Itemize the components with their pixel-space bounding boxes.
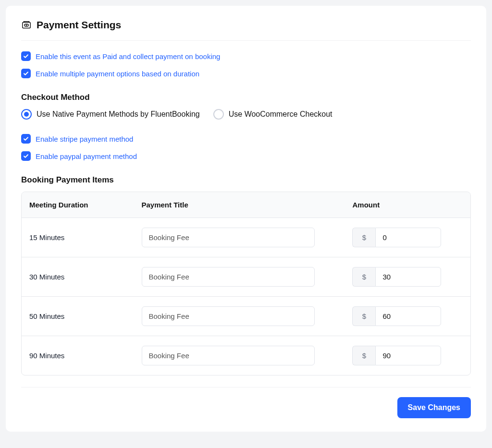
checkbox-label: Enable multiple payment options based on… <box>36 70 199 78</box>
duration-cell: 15 Minutes <box>22 224 134 251</box>
checkbox-label: Enable paypal payment method <box>36 152 137 160</box>
panel-footer: Save Changes <box>21 387 471 418</box>
table-row: 90 Minutes $ <box>22 336 470 375</box>
radio-native-payment[interactable]: Use Native Payment Methods by FluentBook… <box>21 109 200 120</box>
checkbox-enable-stripe[interactable]: Enable stripe payment method <box>21 134 471 144</box>
panel-header: Payment Settings <box>21 19 471 41</box>
check-icon <box>21 134 31 144</box>
currency-symbol: $ <box>352 346 375 365</box>
table-row: 50 Minutes $ <box>22 297 470 336</box>
radio-label: Use WooCommerce Checkout <box>229 110 332 119</box>
amount-input-group: $ <box>352 228 441 247</box>
radio-label: Use Native Payment Methods by FluentBook… <box>37 110 200 119</box>
payment-title-input[interactable] <box>142 306 315 326</box>
payment-items-table: Meeting Duration Payment Title Amount 15… <box>21 192 471 375</box>
column-header-duration: Meeting Duration <box>22 192 134 218</box>
currency-symbol: $ <box>352 228 375 247</box>
column-header-amount: Amount <box>344 192 470 218</box>
payment-title-input[interactable] <box>142 267 315 287</box>
check-icon <box>21 51 31 61</box>
duration-cell: 30 Minutes <box>22 263 134 291</box>
checkbox-label: Enable this event as Paid and collect pa… <box>36 52 220 61</box>
svg-point-2 <box>26 24 27 25</box>
radio-icon-selected <box>21 109 32 120</box>
checkout-method-radio-group: Use Native Payment Methods by FluentBook… <box>21 109 471 120</box>
amount-input-group: $ <box>352 267 441 287</box>
payment-settings-panel: Payment Settings Enable this event as Pa… <box>6 6 486 432</box>
amount-input[interactable] <box>375 267 441 287</box>
payment-items-heading: Booking Payment Items <box>21 175 471 185</box>
check-icon <box>21 151 31 161</box>
check-icon <box>21 69 31 78</box>
radio-icon <box>213 109 224 120</box>
checkbox-enable-paid-event[interactable]: Enable this event as Paid and collect pa… <box>21 51 471 61</box>
checkbox-enable-paypal[interactable]: Enable paypal payment method <box>21 151 471 161</box>
amount-input[interactable] <box>375 306 441 326</box>
duration-cell: 50 Minutes <box>22 303 134 330</box>
amount-input-group: $ <box>352 346 441 365</box>
checkbox-label: Enable stripe payment method <box>36 135 133 143</box>
radio-woocommerce-checkout[interactable]: Use WooCommerce Checkout <box>213 109 332 120</box>
currency-symbol: $ <box>352 267 375 287</box>
table-row: 15 Minutes $ <box>22 218 470 257</box>
checkout-method-heading: Checkout Method <box>21 93 471 102</box>
currency-symbol: $ <box>352 306 375 326</box>
payment-title-input[interactable] <box>142 228 315 247</box>
page-title: Payment Settings <box>37 19 121 31</box>
payment-title-input[interactable] <box>142 346 315 365</box>
duration-cell: 90 Minutes <box>22 342 134 369</box>
column-header-title: Payment Title <box>134 192 345 218</box>
amount-input[interactable] <box>375 346 441 365</box>
table-header-row: Meeting Duration Payment Title Amount <box>22 192 470 218</box>
payment-settings-icon <box>21 20 32 30</box>
amount-input[interactable] <box>375 228 441 247</box>
amount-input-group: $ <box>352 306 441 326</box>
table-row: 30 Minutes $ <box>22 257 470 297</box>
checkbox-enable-multi-duration[interactable]: Enable multiple payment options based on… <box>21 69 471 78</box>
save-changes-button[interactable]: Save Changes <box>397 397 471 418</box>
